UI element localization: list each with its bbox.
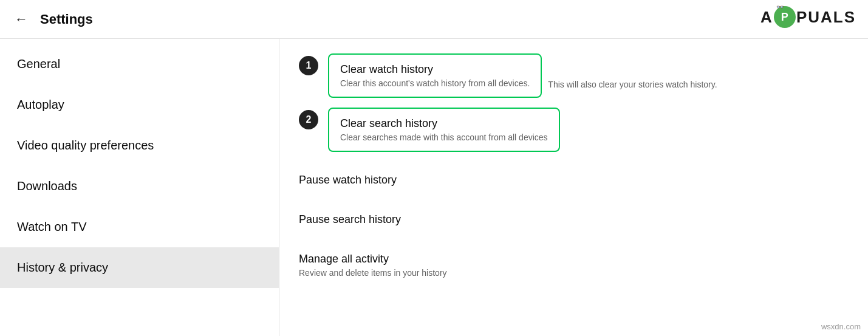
- content-panel: 1 Clear watch history Clear this account…: [279, 39, 868, 336]
- manage-all-activity-desc: Review and delete items in your history: [299, 268, 849, 278]
- clear-watch-history-row: 1 Clear watch history Clear this account…: [299, 53, 849, 98]
- manage-all-activity-title: Manage all activity: [299, 253, 849, 266]
- clear-search-history-box[interactable]: Clear search history Clear searches made…: [328, 108, 560, 152]
- badge-2: 2: [299, 110, 318, 129]
- pause-search-history-title: Pause search history: [299, 213, 849, 226]
- pause-watch-history-row[interactable]: Pause watch history: [299, 162, 849, 201]
- sidebar-item-downloads[interactable]: Downloads: [0, 166, 279, 207]
- watermark: wsxdn.com: [821, 322, 861, 331]
- sidebar-item-history-privacy[interactable]: History & privacy: [0, 247, 279, 288]
- sidebar: General Autoplay Video quality preferenc…: [0, 39, 279, 336]
- clear-watch-history-desc: Clear this account's watch history from …: [340, 78, 530, 88]
- appuals-logo: A P 👓 PUALS: [760, 6, 856, 28]
- clear-search-history-title: Clear search history: [340, 117, 548, 130]
- badge-1: 1: [299, 56, 318, 75]
- clear-search-history-desc: Clear searches made with this account fr…: [340, 132, 548, 142]
- clear-watch-history-box[interactable]: Clear watch history Clear this account's…: [328, 53, 542, 98]
- page-title: Settings: [40, 12, 93, 27]
- clear-watch-history-extra: This will also clear your stories watch …: [545, 80, 717, 89]
- pause-watch-history-title: Pause watch history: [299, 174, 849, 187]
- clear-watch-history-block: Clear watch history Clear this account's…: [328, 53, 717, 98]
- sidebar-item-watch-on-tv[interactable]: Watch on TV: [0, 207, 279, 247]
- sidebar-item-general[interactable]: General: [0, 44, 279, 84]
- clear-watch-history-title: Clear watch history: [340, 63, 530, 76]
- sidebar-item-video-quality[interactable]: Video quality preferences: [0, 125, 279, 166]
- back-button[interactable]: ←: [15, 12, 28, 27]
- header: ← Settings A P 👓 PUALS: [0, 0, 868, 39]
- sidebar-item-autoplay[interactable]: Autoplay: [0, 84, 279, 125]
- main-layout: General Autoplay Video quality preferenc…: [0, 39, 868, 336]
- clear-search-history-row: 2 Clear search history Clear searches ma…: [299, 108, 849, 152]
- manage-all-activity-row[interactable]: Manage all activity Review and delete it…: [299, 241, 849, 290]
- pause-search-history-row[interactable]: Pause search history: [299, 201, 849, 241]
